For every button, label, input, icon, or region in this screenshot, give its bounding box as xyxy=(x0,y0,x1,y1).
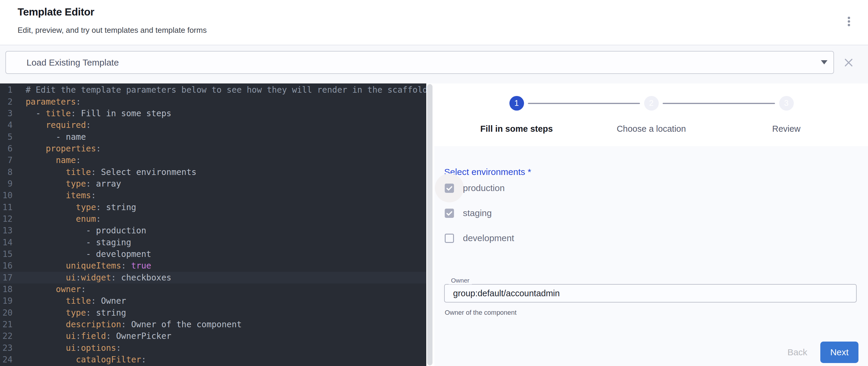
line-number: 23 xyxy=(0,343,12,353)
line-content: type: string xyxy=(26,308,126,318)
line-content: - production xyxy=(26,225,146,236)
line-content: description: Owner of the component xyxy=(26,319,242,329)
line-content: ui:options: xyxy=(26,343,121,353)
step-connector xyxy=(528,103,640,104)
line-number: 15 xyxy=(0,249,12,259)
code-line-14[interactable]: 14 - staging xyxy=(0,236,426,248)
code-line-10[interactable]: 10 items: xyxy=(0,189,426,201)
code-line-22[interactable]: 22 ui:field: OwnerPicker xyxy=(0,330,426,342)
line-number: 12 xyxy=(0,214,12,224)
line-content: type: array xyxy=(26,179,121,189)
line-number: 22 xyxy=(0,331,12,341)
stepper: 1Fill in some steps2Choose a location3Re… xyxy=(0,0,868,146)
code-line-8[interactable]: 8 title: Select environments xyxy=(0,166,426,178)
code-line-21[interactable]: 21 description: Owner of the component xyxy=(0,318,426,330)
line-number: 21 xyxy=(0,319,12,329)
back-button[interactable]: Back xyxy=(781,341,814,363)
line-number: 10 xyxy=(0,190,12,200)
form-panel xyxy=(434,146,868,366)
line-content: title: Owner xyxy=(26,296,126,306)
checkbox-label[interactable]: development xyxy=(463,233,514,243)
checkbox-production[interactable] xyxy=(445,184,454,193)
code-line-16[interactable]: 16 uniqueItems: true xyxy=(0,260,426,272)
line-content: catalogFilter: xyxy=(26,355,146,365)
line-content: name: xyxy=(26,155,81,165)
line-number: 20 xyxy=(0,308,12,318)
line-content: ui:field: OwnerPicker xyxy=(26,331,172,341)
env-option-production: production xyxy=(445,183,505,193)
line-content: - development xyxy=(26,249,151,259)
line-number: 11 xyxy=(0,202,12,212)
line-number: 16 xyxy=(0,261,12,271)
template-editor-screen: Template Editor Edit, preview, and try o… xyxy=(0,0,868,366)
owner-field[interactable] xyxy=(444,284,857,303)
line-content: ui:widget: checkboxes xyxy=(26,273,172,282)
line-content: owner: xyxy=(26,284,86,294)
code-line-18[interactable]: 18 owner: xyxy=(0,283,426,295)
code-line-23[interactable]: 23 ui:options: xyxy=(0,342,426,354)
line-content: title: Select environments xyxy=(26,167,196,177)
code-line-15[interactable]: 15 - development xyxy=(0,248,426,260)
checkbox-label[interactable]: staging xyxy=(463,208,492,218)
line-content: enum: xyxy=(26,214,101,224)
line-number: 7 xyxy=(0,155,12,165)
step-circle-3: 3 xyxy=(779,96,794,111)
step-label-2: Choose a location xyxy=(586,124,717,134)
next-button[interactable]: Next xyxy=(820,341,859,363)
line-content: type: string xyxy=(26,202,136,212)
check-icon xyxy=(445,184,454,192)
code-line-24[interactable]: 24 catalogFilter: xyxy=(0,354,426,365)
check-icon xyxy=(445,209,454,217)
owner-helper-text: Owner of the component xyxy=(445,309,517,316)
checkbox-development[interactable] xyxy=(445,234,454,243)
step-connector xyxy=(662,103,775,104)
env-option-staging: staging xyxy=(445,208,492,218)
line-number: 9 xyxy=(0,179,12,189)
code-line-13[interactable]: 13 - production xyxy=(0,225,426,236)
line-number: 18 xyxy=(0,284,12,294)
step-label-1: Fill in some steps xyxy=(451,124,582,134)
owner-input[interactable] xyxy=(445,285,868,302)
line-number: 13 xyxy=(0,225,12,236)
checkbox-label[interactable]: production xyxy=(463,183,505,193)
line-number: 19 xyxy=(0,296,12,306)
code-line-12[interactable]: 12 enum: xyxy=(0,213,426,225)
checkbox-staging[interactable] xyxy=(445,209,454,218)
code-line-7[interactable]: 7 name: xyxy=(0,154,426,166)
code-line-20[interactable]: 20 type: string xyxy=(0,307,426,318)
step-circle-1: 1 xyxy=(509,96,524,111)
line-number: 8 xyxy=(0,167,12,177)
code-line-9[interactable]: 9 type: array xyxy=(0,178,426,189)
step-label-3: Review xyxy=(721,124,852,134)
line-number: 24 xyxy=(0,355,12,365)
line-content: items: xyxy=(26,190,96,200)
required-asterisk: * xyxy=(525,167,531,177)
code-line-11[interactable]: 11 type: string xyxy=(0,201,426,213)
line-number: 14 xyxy=(0,238,12,247)
line-content: uniqueItems: true xyxy=(26,261,151,271)
owner-field-label: Owner xyxy=(448,277,472,284)
code-line-17[interactable]: 17 ui:widget: checkboxes xyxy=(0,272,426,283)
env-option-development: development xyxy=(445,233,514,243)
line-number: 17 xyxy=(0,273,12,282)
code-line-19[interactable]: 19 title: Owner xyxy=(0,295,426,307)
step-circle-2: 2 xyxy=(644,96,659,111)
line-content: - staging xyxy=(26,238,131,247)
